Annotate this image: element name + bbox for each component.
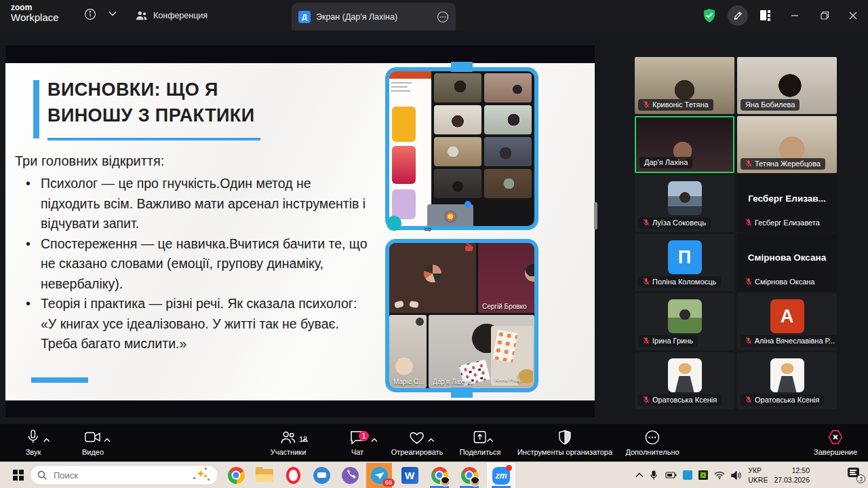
taskbar-chrome-icon[interactable] xyxy=(224,462,248,488)
participant-name-label: Ірина Гринь xyxy=(638,335,698,347)
app-logo-icon xyxy=(444,210,456,223)
meeting-stage: ВИСНОВКИ: ЩО Я ВИНОШУ З ПРАКТИКИ Три гол… xyxy=(0,31,868,424)
participant-tile[interactable]: Оратовська Ксенія xyxy=(737,352,837,409)
tab-screen-label: Экран (Дар'я Лахіна) xyxy=(316,12,397,22)
participants-button[interactable]: 12 Участники xyxy=(271,428,307,456)
participant-tile[interactable]: Тетяна Жеребцова xyxy=(737,116,837,173)
taskbar-search[interactable]: ✦✦ xyxy=(30,465,218,485)
taskbar-word-icon[interactable]: W xyxy=(397,462,422,488)
clock[interactable]: 12:50 27.03.2026 xyxy=(774,466,810,485)
more-ellipsis-icon xyxy=(644,430,660,445)
tab-meeting[interactable]: Конференция xyxy=(136,0,208,31)
search-input[interactable] xyxy=(52,470,188,481)
taskbar-chrome-profile1-icon[interactable] xyxy=(427,462,452,488)
language-indicator[interactable]: УКР UKRE xyxy=(748,466,768,485)
tray-wifi-icon[interactable] xyxy=(714,471,725,479)
video-options-chevron[interactable] xyxy=(104,438,111,443)
audio-button[interactable]: Звук xyxy=(26,428,41,456)
shield-icon xyxy=(558,430,572,445)
mouse-cursor: ⇨ xyxy=(425,224,432,234)
notification-count-badge: 3 xyxy=(856,474,865,483)
chevron-down-icon[interactable] xyxy=(108,11,117,16)
slide-title: ВИСНОВКИ: ЩО Я ВИНОШУ З ПРАКТИКИ xyxy=(47,77,255,128)
video-tile: Маріє С... xyxy=(389,315,427,388)
video-camera-icon xyxy=(84,430,102,445)
end-meeting-button[interactable]: Завершение xyxy=(814,428,857,456)
slide-intro: Три головних відкриття: xyxy=(15,153,164,169)
share-screen-icon xyxy=(473,430,488,445)
react-options-chevron[interactable] xyxy=(428,438,435,443)
info-icon[interactable] xyxy=(84,8,96,20)
share-area-scrollbar[interactable] xyxy=(594,202,597,229)
chat-options-chevron[interactable] xyxy=(371,438,378,443)
security-shield-icon[interactable] xyxy=(696,0,723,31)
mini-video-tile xyxy=(484,73,532,102)
participant-tile[interactable]: Смірнова Оксана Смірнова Оксана xyxy=(737,234,837,291)
start-button[interactable] xyxy=(8,462,28,488)
slide-bullets: •Психолог — це про гнучкість.Один метод … xyxy=(26,174,372,354)
share-options-chevron[interactable] xyxy=(487,438,494,443)
participant-name-label: Оратовська Ксенія xyxy=(741,394,824,406)
participant-tile[interactable]: А Аліна Вячеславівна Р... xyxy=(737,293,837,350)
tile-name-label: Маріє С... xyxy=(393,378,424,386)
participant-tile[interactable]: Оратовська Ксенія xyxy=(635,352,734,409)
bullet-item: •Теорія і практика — різні речі. Як сказ… xyxy=(26,294,372,354)
participant-tile[interactable]: Яна Бобилева xyxy=(737,57,837,114)
host-tools-button[interactable]: Инструменты организатора xyxy=(517,428,612,456)
participant-name-label: Гесберг Елизавета xyxy=(741,217,825,229)
tray-mic-icon[interactable] xyxy=(650,470,658,481)
tray-expand-chevron[interactable] xyxy=(635,472,644,478)
camera-off-icon xyxy=(465,246,473,251)
taskbar-zoom-icon[interactable]: zm xyxy=(487,463,515,488)
notification-center[interactable]: 3 xyxy=(848,466,863,481)
title-underline xyxy=(47,138,260,140)
audio-options-chevron[interactable] xyxy=(43,438,50,443)
tab-screen-share[interactable]: Д Экран (Дар'я Лахіна) xyxy=(292,3,456,31)
taskbar-explorer-icon[interactable] xyxy=(252,462,277,488)
participant-name-label: Яна Бобилева xyxy=(741,99,800,111)
windows-taskbar: ✦✦ 69 W zm xyxy=(0,462,868,488)
flower-avatar xyxy=(424,265,441,282)
tray-nvidia-icon[interactable] xyxy=(698,470,708,480)
participant-name-label: Тетяна Жеребцова xyxy=(741,158,825,170)
participant-tile[interactable]: Кривоніс Тетяна xyxy=(635,57,734,114)
search-icon xyxy=(37,470,47,480)
tab-more-icon[interactable] xyxy=(437,11,449,23)
participant-tile[interactable]: Гесберг Елизав... Гесберг Елизавета xyxy=(737,175,837,232)
maximize-icon[interactable] xyxy=(811,0,838,31)
taskbar-opera-icon[interactable] xyxy=(281,462,305,488)
tray-battery-icon[interactable] xyxy=(664,471,677,479)
react-button[interactable]: Отреагировать xyxy=(391,428,443,456)
participants-options-chevron[interactable] xyxy=(302,438,309,443)
screen-root: zoom Workplace Конференция Д Экран (Дар'… xyxy=(0,0,868,488)
taskbar-blue-app-icon[interactable] xyxy=(309,462,334,488)
taskbar-telegram-icon[interactable]: 69 xyxy=(366,463,392,488)
participant-tile[interactable]: П Поліна Коломоєць xyxy=(635,234,734,291)
close-icon[interactable] xyxy=(840,0,867,31)
participant-name-label: Оратовська Ксенія xyxy=(638,394,722,406)
cat-avatar xyxy=(668,358,702,392)
participant-tile[interactable]: Ірина Гринь xyxy=(635,293,734,350)
share-button[interactable]: Поделиться xyxy=(460,428,501,456)
mini-video-tile xyxy=(434,137,481,166)
participant-tile-active-speaker[interactable]: Дар'я Лахіна xyxy=(635,116,734,173)
tray-speaker-icon[interactable] xyxy=(731,471,742,480)
end-meeting-icon xyxy=(827,429,844,445)
tray-intel-icon[interactable] xyxy=(683,470,692,480)
mini-video-tile xyxy=(427,204,473,226)
taskbar-chrome-profile2-icon[interactable] xyxy=(457,462,481,488)
chat-button[interactable]: 1 Чат xyxy=(349,428,366,456)
taskbar-viber-icon[interactable] xyxy=(338,462,362,488)
presentation-editor-thumbnail xyxy=(389,71,431,226)
minimize-icon[interactable] xyxy=(781,0,808,31)
video-button[interactable]: Видео xyxy=(82,428,104,456)
layout-view-icon[interactable] xyxy=(751,0,778,31)
mic-muted-icon xyxy=(745,337,752,345)
brand-line2: Workplace xyxy=(11,12,59,23)
mic-muted-icon xyxy=(643,100,650,109)
participant-tile[interactable]: Луїза Соковець xyxy=(635,175,734,232)
more-button[interactable]: Дополнительно xyxy=(625,428,679,456)
participant-name-label: Аліна Вячеславівна Р... xyxy=(741,335,837,347)
annotate-pencil-icon[interactable] xyxy=(724,0,751,31)
inset-video-tile: Анна Ращ... xyxy=(491,326,533,386)
